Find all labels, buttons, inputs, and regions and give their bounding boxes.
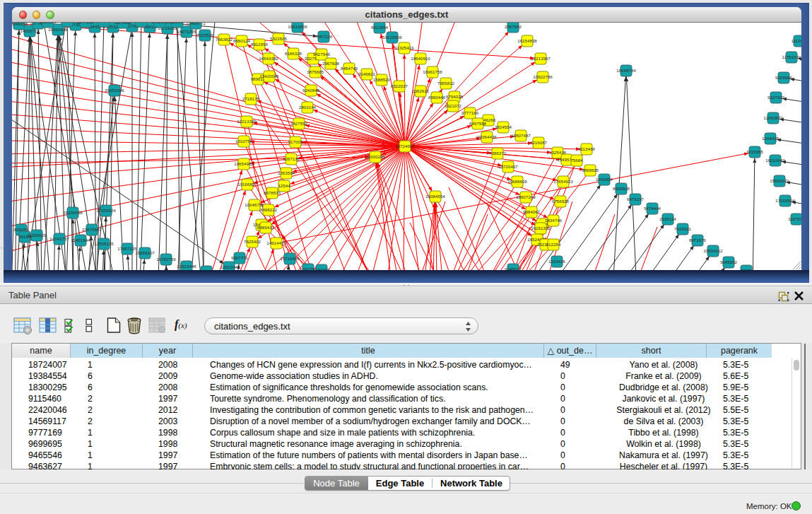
svg-text:3215955: 3215955 [746,149,764,154]
svg-text:8912954: 8912954 [251,42,269,47]
svg-text:1440954: 1440954 [596,177,613,182]
svg-text:9227342: 9227342 [767,95,785,100]
svg-text:19384554: 19384554 [425,194,445,199]
svg-text:15716485: 15716485 [280,256,300,261]
svg-text:11451944: 11451944 [71,238,90,243]
svg-text:19958107: 19958107 [135,250,155,255]
svg-text:18640910: 18640910 [411,56,430,61]
svg-text:11325419: 11325419 [394,45,414,50]
svg-text:9474444: 9474444 [644,206,661,211]
svg-text:8186328: 8186328 [285,51,302,56]
svg-text:1112406: 1112406 [791,38,801,43]
svg-text:8938928: 8938928 [613,186,630,191]
svg-text:6497568: 6497568 [469,121,487,126]
svg-text:8471676: 8471676 [689,238,707,243]
svg-text:8813054: 8813054 [371,25,389,30]
svg-text:16671355: 16671355 [177,29,196,34]
svg-text:1010755: 1010755 [235,139,253,144]
svg-text:16961758: 16961758 [423,69,442,74]
svg-text:9245: 9245 [741,268,751,270]
svg-text:1292344: 1292344 [220,264,238,269]
svg-text:8660124: 8660124 [233,38,251,43]
svg-text:20053346: 20053346 [105,88,124,93]
svg-text:9245012: 9245012 [505,267,522,270]
svg-text:18300295: 18300295 [365,154,385,159]
svg-text:19218506: 19218506 [382,35,402,40]
svg-text:19166827: 19166827 [237,182,257,187]
svg-text:1167533: 1167533 [788,216,801,221]
svg-text:1233426: 1233426 [548,259,566,264]
svg-text:3427552: 3427552 [290,121,308,126]
svg-text:612254: 612254 [546,242,561,247]
svg-text:10807487: 10807487 [511,133,531,138]
svg-text:10654112: 10654112 [703,248,723,253]
svg-text:17016504: 17016504 [775,198,795,203]
svg-text:16210643: 16210643 [765,158,785,163]
svg-text:16151372: 16151372 [531,226,551,230]
svg-text:7955812: 7955812 [437,81,455,86]
svg-text:9756928: 9756928 [552,199,570,204]
svg-text:12342757: 12342757 [49,236,69,241]
svg-text:7625402: 7625402 [244,239,261,244]
svg-text:1834746: 1834746 [545,218,563,223]
svg-text:7632621: 7632621 [674,226,692,231]
svg-text:20645: 20645 [200,269,213,270]
svg-text:15692971: 15692971 [770,178,789,183]
svg-text:1137493: 1137493 [313,267,330,270]
svg-text:18724007: 18724007 [395,144,415,148]
svg-text:9146821: 9146821 [358,71,376,76]
svg-text:1975402: 1975402 [114,23,132,25]
svg-text:9242848: 9242848 [302,88,320,93]
svg-text:16033809: 16033809 [288,24,307,29]
svg-text:8489433: 8489433 [257,225,275,230]
svg-text:1362615: 1362615 [412,88,430,93]
svg-text:2967608: 2967608 [322,61,340,66]
svg-text:20364436: 20364436 [477,134,497,139]
svg-text:11607063: 11607063 [131,23,151,23]
svg-text:16782759: 16782759 [156,257,176,262]
svg-text:8990448: 8990448 [428,95,446,100]
svg-text:3267130: 3267130 [283,156,300,161]
svg-text:2087682: 2087682 [505,24,522,29]
svg-text:10922786: 10922786 [533,74,553,79]
svg-text:7857224: 7857224 [315,34,333,39]
svg-text:23975867: 23975867 [82,227,102,232]
svg-text:2718176: 2718176 [242,96,260,101]
svg-text:12544: 12544 [278,183,290,188]
svg-text:12213389: 12213389 [237,119,257,124]
svg-text:9862190: 9862190 [151,23,169,24]
svg-text:6479197: 6479197 [627,197,645,201]
svg-text:3875685: 3875685 [307,69,324,74]
svg-text:1528804: 1528804 [169,23,187,24]
svg-text:12093872: 12093872 [763,115,783,120]
svg-text:20206558: 20206558 [63,210,83,215]
svg-text:917006: 917006 [288,139,303,144]
svg-text:1809271: 1809271 [40,23,57,24]
svg-text:19654983: 19654983 [234,161,254,166]
svg-text:12923448: 12923448 [177,264,196,269]
svg-text:6794028: 6794028 [446,94,464,99]
svg-text:9245652: 9245652 [720,259,738,264]
svg-text:15720407: 15720407 [498,164,518,169]
svg-text:8322037: 8322037 [391,83,408,88]
svg-text:9084067: 9084067 [523,209,541,214]
svg-text:7515526: 7515526 [196,33,214,37]
svg-text:9777169: 9777169 [461,110,479,115]
svg-text:16154838: 16154838 [517,38,537,43]
svg-text:6216067: 6216067 [530,140,548,145]
svg-text:1588520: 1588520 [373,77,391,82]
svg-text:11751074: 11751074 [782,54,801,59]
svg-text:75684: 75684 [570,158,583,163]
svg-text:12505135: 12505135 [94,241,114,246]
svg-text:14914479: 14914479 [266,240,286,245]
svg-text:8678533: 8678533 [264,190,281,195]
svg-text:17957225: 17957225 [117,246,137,251]
svg-text:9427546: 9427546 [313,52,331,57]
svg-text:17359924: 17359924 [96,208,116,213]
svg-text:18807249: 18807249 [516,194,536,199]
svg-text:10688609: 10688609 [507,179,527,184]
svg-text:10046758: 10046758 [245,202,264,207]
svg-text:9657771: 9657771 [231,255,249,260]
svg-text:1353594: 1353594 [278,170,295,175]
svg-text:8113468: 8113468 [578,146,595,151]
